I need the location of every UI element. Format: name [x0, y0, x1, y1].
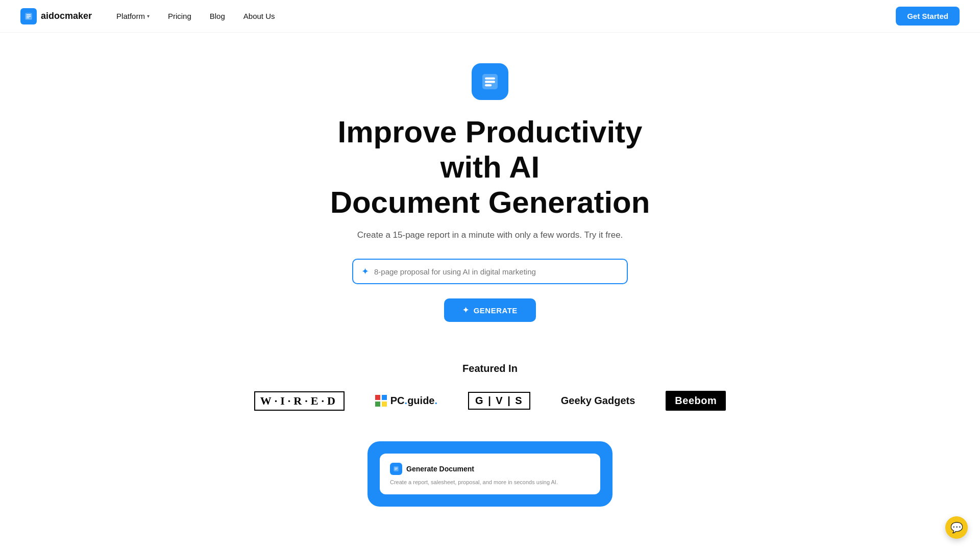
- search-box: ✦: [352, 259, 628, 284]
- wired-logo: W·I·R·E·D: [254, 391, 345, 411]
- nav-pricing[interactable]: Pricing: [168, 12, 191, 20]
- logo-icon: [20, 8, 37, 24]
- svg-rect-5: [485, 78, 495, 80]
- featured-title: Featured In: [462, 363, 518, 374]
- nav-links: Platform ▾ Pricing Blog About Us: [116, 12, 896, 20]
- preview-inner-header: Generate Document: [390, 463, 590, 475]
- generate-button[interactable]: ✦ GENERATE: [444, 298, 536, 322]
- search-input[interactable]: [374, 267, 619, 276]
- gvs-logo: G | V | S: [468, 392, 530, 410]
- nav-platform[interactable]: Platform ▾: [116, 12, 150, 20]
- preview-doc-icon: [390, 463, 402, 475]
- svg-rect-7: [485, 84, 492, 86]
- svg-rect-2: [27, 16, 31, 17]
- featured-section: Featured In W·I·R·E·D PC.guide. G | V | …: [0, 342, 980, 441]
- preview-title: Generate Document: [406, 465, 474, 473]
- geeky-gadgets-logo: Geeky Gadgets: [561, 395, 635, 407]
- pcguide-logo: PC.guide.: [375, 395, 437, 407]
- svg-rect-3: [27, 17, 30, 18]
- beebom-logo: Beebom: [666, 391, 726, 411]
- preview-inner: Generate Document Create a report, sales…: [380, 454, 600, 494]
- navbar: aidocmaker Platform ▾ Pricing Blog About…: [0, 0, 980, 33]
- hero-icon: [472, 63, 508, 100]
- svg-rect-10: [395, 468, 398, 469]
- sparkle-icon: ✦: [361, 266, 369, 277]
- chevron-down-icon: ▾: [147, 13, 150, 19]
- logo-link[interactable]: aidocmaker: [20, 8, 92, 24]
- preview-desc: Create a report, salesheet, proposal, an…: [390, 479, 590, 485]
- svg-rect-1: [27, 14, 31, 15]
- svg-rect-6: [485, 81, 495, 83]
- logo-text: aidocmaker: [41, 11, 92, 21]
- preview-section: Generate Document Create a report, sales…: [0, 441, 980, 507]
- hero-heading: Improve Productivity with AI Document Ge…: [311, 114, 669, 220]
- featured-logos: W·I·R·E·D PC.guide. G | V | S Geeky Gadg…: [254, 391, 726, 411]
- generate-sparkle-icon: ✦: [462, 306, 470, 315]
- preview-card: Generate Document Create a report, sales…: [368, 441, 612, 507]
- hero-subtext: Create a 15-page report in a minute with…: [357, 230, 623, 240]
- nav-about[interactable]: About Us: [243, 12, 275, 20]
- nav-cta: Get Started: [896, 7, 960, 26]
- hero-section: Improve Productivity with AI Document Ge…: [0, 33, 980, 342]
- svg-rect-9: [395, 468, 398, 468]
- nav-blog[interactable]: Blog: [210, 12, 225, 20]
- get-started-button[interactable]: Get Started: [896, 7, 960, 26]
- svg-rect-11: [395, 469, 397, 470]
